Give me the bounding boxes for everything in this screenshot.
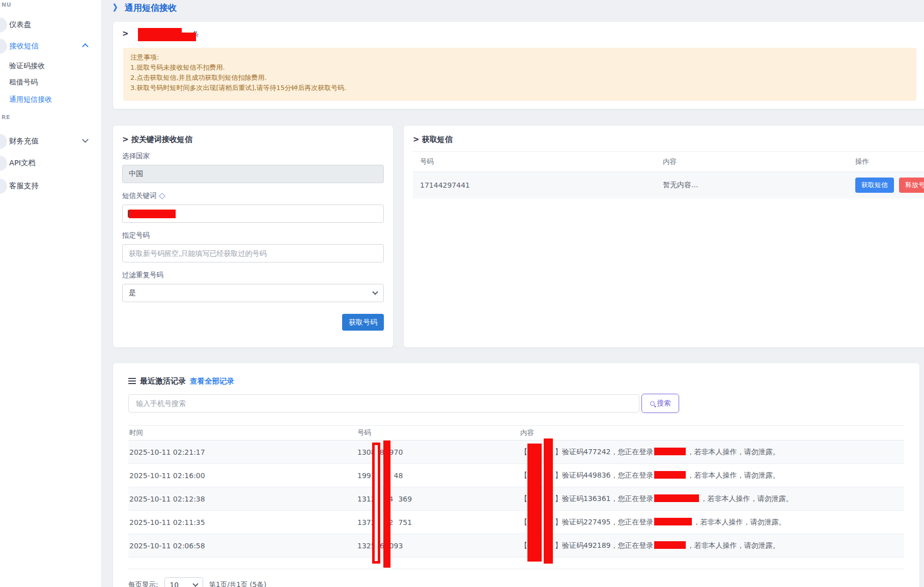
chevron-down-icon	[372, 289, 378, 295]
record-content: 【】验证码227495，您正在登录，若非本人操作，请勿泄露。	[520, 518, 904, 527]
document-icon	[0, 156, 7, 171]
table-row: 2025-10-11 02:21:17 13088970 【】验证码477242…	[128, 441, 904, 464]
sidebar-item-receive-sms[interactable]: 接收短信	[0, 39, 102, 53]
column-number: 号码	[413, 157, 663, 166]
sidebar-item-dashboard[interactable]: 仪表盘	[0, 17, 102, 32]
record-content: 【】验证码477242，您正在登录，若非本人操作，请勿泄露。	[520, 448, 904, 457]
sidebar-item-label: 仪表盘	[9, 20, 32, 30]
keyword-input[interactable]	[122, 204, 384, 223]
sidebar-subitem-label: 租借号码	[9, 78, 38, 87]
redaction	[527, 444, 542, 562]
help-diamond-icon[interactable]	[159, 193, 165, 199]
record-time: 2025-10-11 02:21:17	[128, 448, 357, 456]
phone-search-input[interactable]	[128, 394, 639, 413]
filter-duplicate-label: 过滤重复号码	[122, 271, 384, 280]
keyword-label: 短信关键词	[122, 191, 384, 200]
column-action: 操作	[855, 157, 924, 166]
redaction	[654, 448, 686, 455]
fetch-table-header: 号码 内容 操作	[413, 152, 924, 172]
column-content: 内容	[663, 157, 855, 166]
per-page-label: 每页显示:	[128, 580, 158, 587]
summary-prefix: >	[122, 29, 129, 38]
release-number-button[interactable]: 释放号码	[899, 178, 924, 193]
chevron-up-icon	[82, 43, 89, 50]
redacted-balance: 条	[133, 29, 209, 42]
sidebar-item-label: 客服支持	[9, 181, 39, 191]
redaction	[654, 494, 699, 502]
keyword-form-card: > 按关键词接收短信 选择国家 中国 短信关键词 指定号码 过滤重复号码 是 获…	[113, 126, 393, 347]
record-phone: 19911748	[357, 472, 520, 480]
notice-box: 注意事项: 1.提取号码未接收短信不扣费用. 2.点击获取短信,并且成功获取到短…	[123, 48, 916, 101]
assign-number-field	[122, 244, 384, 262]
record-time: 2025-10-11 02:06:58	[128, 542, 357, 550]
sidebar-item-general-sms[interactable]: 通用短信接收	[9, 94, 52, 106]
notice-line: 3.获取号码时短时间多次出现[请稍后重试],请等待15分钟后再次获取号码.	[130, 83, 909, 93]
search-button[interactable]: 搜索	[641, 394, 679, 413]
fetch-sms-title: > 获取短信	[413, 135, 924, 144]
sidebar-item-code-receive[interactable]: 验证码接收	[9, 60, 45, 72]
assign-number-input[interactable]	[129, 249, 377, 257]
sidebar-subitem-label: 通用短信接收	[9, 95, 52, 104]
view-all-records-link[interactable]: 查看全部记录	[190, 376, 234, 386]
country-value: 中国	[129, 169, 143, 179]
country-field: 中国	[122, 165, 384, 183]
filter-duplicate-select[interactable]: 是	[122, 284, 384, 302]
table-row: 2025-10-11 02:06:58 13256093 【】验证码492189…	[128, 534, 904, 557]
pagination: 每页显示: 10 第1页/共1页 (5条)	[128, 569, 904, 587]
sidebar-item-finance[interactable]: 财务充值	[0, 134, 102, 148]
notice-line: 1.提取号码未接收短信不扣费用.	[130, 63, 909, 73]
page-title: 》 通用短信接收	[113, 2, 177, 14]
records-table: 时间 号码 内容 2025-10-11 02:21:17 13088970 【】…	[128, 425, 904, 557]
record-phone: 13088970	[357, 448, 520, 456]
keyword-form-title: > 按关键词接收短信	[122, 135, 384, 144]
notice-line: 2.点击获取短信,并且成功获取到短信扣除费用.	[130, 73, 909, 83]
record-content: 【】验证码449836，您正在登录，若非本人操作，请勿泄露。	[520, 471, 904, 480]
pagination-info: 第1页/共1页 (5条)	[209, 580, 267, 587]
redaction	[372, 443, 380, 564]
redaction	[129, 210, 176, 218]
phone-number: 17144297441	[413, 181, 663, 189]
headset-icon	[0, 179, 7, 194]
redaction	[654, 541, 686, 549]
records-title: 最近激活记录	[140, 376, 186, 386]
column-content: 内容	[520, 428, 904, 437]
record-phone: 13256093	[357, 542, 520, 550]
search-icon	[650, 401, 655, 406]
sidebar-item-support[interactable]: 客服支持	[0, 179, 102, 193]
sidebar-item-label: 接收短信	[9, 41, 39, 51]
record-time: 2025-10-11 02:11:35	[128, 518, 357, 526]
sidebar-item-api-docs[interactable]: API文档	[0, 156, 102, 170]
records-table-header: 时间 号码 内容	[128, 425, 904, 441]
filter-duplicate-value: 是	[129, 288, 136, 298]
redaction	[654, 518, 692, 525]
per-page-value: 10	[170, 581, 179, 587]
message-icon	[0, 39, 7, 54]
redaction	[383, 441, 390, 568]
sidebar-item-rent-number[interactable]: 租借号码	[9, 76, 38, 89]
sidebar-section-more: RE	[2, 114, 10, 121]
chevron-down-icon	[192, 581, 198, 586]
get-number-button[interactable]: 获取号码	[342, 314, 384, 331]
sidebar-item-label: API文档	[9, 158, 36, 168]
table-row: 2025-10-11 02:16:00 19911748 【】验证码449836…	[128, 464, 904, 487]
sidebar-section-menu: NU	[2, 2, 11, 8]
table-row: 2025-10-11 02:12:38 1312094369 【】验证码1363…	[128, 487, 904, 511]
record-content: 【】验证码492189，您正在登录，若非本人操作，请勿泄露。	[520, 541, 904, 550]
fetch-table-row: 17144297441 暂无内容... 获取短信 释放号码	[413, 172, 924, 198]
record-time: 2025-10-11 02:16:00	[128, 472, 357, 480]
dashboard-icon	[0, 17, 7, 33]
wallet-icon	[0, 134, 7, 149]
summary-header: > 条	[122, 29, 209, 42]
redaction	[654, 471, 686, 479]
assign-number-label: 指定号码	[122, 231, 384, 240]
country-label: 选择国家	[122, 152, 384, 161]
list-icon	[128, 378, 136, 384]
per-page-select[interactable]: 10	[164, 577, 203, 587]
get-sms-button[interactable]: 获取短信	[855, 178, 894, 193]
column-number: 号码	[357, 428, 520, 437]
notice-title: 注意事项:	[130, 52, 909, 63]
fetch-sms-card: > 获取短信 号码 内容 操作 17144297441 暂无内容... 获取短信…	[404, 126, 924, 347]
chevron-down-icon	[82, 136, 89, 143]
column-time: 时间	[128, 428, 357, 437]
record-content: 【】验证码136361，您正在登录，若非本人操作，请勿泄露。	[520, 494, 904, 504]
